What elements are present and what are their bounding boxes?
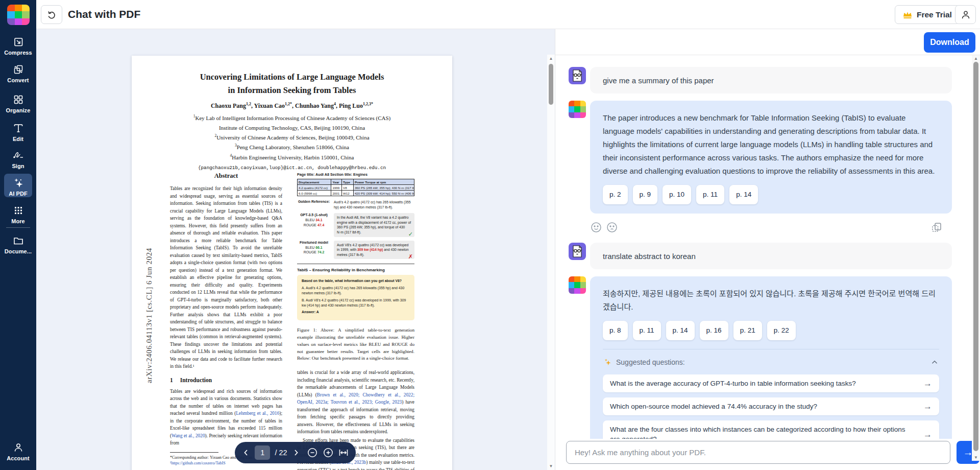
page-chip[interactable]: p. 9 (633, 185, 658, 204)
suggested-question-card[interactable]: What is the average accuracy of GPT-4-tu… (603, 374, 939, 392)
scroll-down-icon[interactable]: ▼ (547, 464, 555, 468)
user-message: give me a summary of this paper (569, 67, 952, 93)
suggested-question-card[interactable]: What are the four classes into which ins… (603, 420, 939, 439)
chat-panel: Download give me a summary of this paper (555, 29, 980, 470)
current-page-input[interactable]: 1 (255, 445, 270, 460)
sidebar-item-label: Compress (0, 50, 36, 56)
check-icon: ✓ (408, 232, 413, 237)
sidebar-item-edit[interactable]: Edit (0, 122, 36, 142)
page-chip[interactable]: p. 14 (666, 321, 695, 340)
body-paragraph: tables is crucial for a wide array of re… (297, 369, 414, 436)
benchmark-question-box: Based on the table, what information can… (297, 275, 414, 320)
convert-icon (0, 63, 36, 76)
suggested-questions-header: Suggested questions: (603, 356, 939, 369)
citation-link: Wang et al., 2020 (172, 433, 205, 438)
page-chip[interactable]: p. 11 (633, 321, 661, 340)
golden-reference-text: Audi's 4.2 quatro (4172 cc) has 265 kilo… (334, 200, 414, 209)
paper-affiliations: 1Key Lab of Intelligent Information Proc… (132, 112, 452, 161)
copy-icon[interactable] (930, 221, 943, 233)
figure-table-title: Page title: Audi A8 Section title: Engin… (297, 172, 414, 177)
thumbs-down-frown-icon[interactable] (606, 221, 618, 233)
sidebar-divider (6, 227, 30, 228)
page-title: Chat with PDF (68, 8, 140, 20)
collapse-suggestions-button[interactable] (930, 358, 939, 367)
app-root: Compress Convert Organize (0, 0, 980, 470)
zoom-out-button[interactable] (307, 447, 318, 458)
sidebar-item-label: Edit (0, 136, 36, 142)
suggested-question-text: What is the average accuracy of GPT-4-tu… (610, 379, 856, 388)
abstract-text: Tables are recognized for their high inf… (170, 185, 282, 370)
sidebar-item-ai-pdf[interactable]: AI PDF (0, 177, 36, 197)
scroll-down-icon[interactable]: ▼ (972, 455, 980, 460)
sidebar-item-label: AI PDF (0, 191, 36, 197)
page-chip[interactable]: p. 11 (696, 185, 724, 204)
zoom-in-button[interactable] (323, 447, 334, 458)
message-actions (569, 221, 952, 233)
sidebar-item-compress[interactable]: Compress (0, 36, 36, 56)
chat-scrollbar-thumb[interactable] (973, 62, 978, 451)
user-message-bubble: translate abstract to korean (590, 243, 952, 269)
suggested-question-text: What are the four classes into which ins… (610, 425, 916, 439)
previous-page-button[interactable] (242, 449, 250, 457)
pdf-scrollbar[interactable]: ▲ ▼ (547, 55, 555, 470)
refresh-button[interactable] (41, 5, 62, 24)
citation-link: Lehmberg et al., 2016 (236, 411, 279, 416)
scroll-up-icon[interactable]: ▲ (972, 56, 980, 61)
sidebar-item-account[interactable]: Account (0, 441, 36, 461)
page-chip[interactable]: p. 21 (733, 321, 762, 340)
app-logo-icon[interactable] (7, 5, 30, 25)
scroll-up-icon[interactable]: ▲ (547, 56, 555, 61)
page-chip[interactable]: p. 16 (700, 321, 728, 340)
assistant-message-bubble: 죄송하지만, 제공된 내용에는 초록이 포함되어 있지 않습니다. 초록을 제공… (590, 276, 952, 439)
pdf-page-toolbar: 1 / 22 (235, 442, 356, 463)
user-avatar (569, 67, 586, 84)
compress-icon (0, 36, 36, 48)
page-chip[interactable]: p. 14 (729, 185, 758, 204)
page-chip[interactable]: p. 8 (603, 321, 628, 340)
page-chip[interactable]: p. 22 (767, 321, 796, 340)
chat-input[interactable] (566, 441, 950, 464)
assistant-message: The paper introduces a new benchmark for… (569, 101, 952, 214)
suggested-question-card[interactable]: Which open-source model achieved a 74.4%… (603, 397, 939, 415)
folder-icon (0, 234, 36, 247)
text-cursor-icon (0, 122, 36, 134)
arxiv-margin-text: arXiv:2406.04113v1 [cs.CL] 6 Jun 2024 (145, 199, 154, 383)
next-page-button[interactable] (292, 449, 300, 457)
paper-left-column: Abstract Tables are recognized for their… (170, 172, 282, 466)
fit-width-button[interactable] (338, 448, 349, 457)
organize-icon (0, 93, 36, 106)
sidebar-item-label: Account (0, 455, 36, 461)
suggested-question-text: Which open-source model achieved a 74.4%… (610, 402, 817, 411)
sidebar-item-label: More (0, 218, 36, 224)
grid-dots-icon (0, 204, 36, 217)
person-icon (960, 9, 971, 20)
pdf-scrollbar-thumb[interactable] (549, 64, 553, 105)
account-button[interactable] (955, 5, 976, 24)
download-button[interactable]: Download (924, 32, 975, 53)
sidebar-item-label: Convert (0, 77, 36, 83)
page-reference-chips: p. 2 p. 9 p. 10 p. 11 p. 14 (603, 185, 939, 204)
free-trial-button[interactable]: Free Trial (895, 5, 960, 24)
finetuned-output-box: Audi V8's 4.2 quattro (4172 cc) was deve… (334, 241, 414, 260)
figure-1: Page title: Audi A8 Section title: Engin… (297, 172, 414, 320)
thumbs-up-smiley-icon[interactable] (590, 221, 602, 233)
section-heading: 1Introduction (170, 377, 282, 383)
chat-input-bar: → (566, 441, 979, 464)
page-chip[interactable]: p. 2 (603, 185, 628, 204)
sidebar-item-sign[interactable]: Sign (0, 149, 36, 169)
user-avatar (569, 243, 586, 260)
page-chip[interactable]: p. 10 (663, 185, 691, 204)
sidebar-item-organize[interactable]: Organize (0, 93, 36, 113)
sidebar-item-more[interactable]: More (0, 204, 36, 224)
figure-table: Displacement Year Type Power Torque at r… (297, 179, 414, 196)
sparkle-icon (603, 358, 612, 367)
refresh-icon (46, 10, 57, 20)
sidebar-item-label: Sign (0, 163, 36, 169)
chat-scrollbar[interactable]: ▲ ▼ (972, 55, 980, 461)
user-message: translate abstract to korean (569, 243, 952, 269)
sidebar-item-convert[interactable]: Convert (0, 63, 36, 83)
suggested-question-list: What is the average accuracy of GPT-4-tu… (603, 374, 939, 439)
paper-authors: Chaoxu Pang1,2, Yixuan Cao1,2*, Chunhao … (132, 102, 452, 110)
page-reference-chips: p. 8 p. 11 p. 14 p. 16 p. 21 p. 22 (603, 321, 939, 340)
sidebar-item-documents[interactable]: Docume... (0, 234, 36, 254)
